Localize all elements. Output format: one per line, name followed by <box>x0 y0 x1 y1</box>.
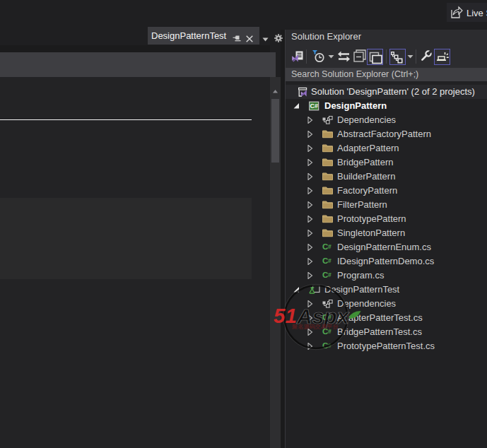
svg-text:聚名源码交易平台: 聚名源码交易平台 <box>291 323 339 330</box>
